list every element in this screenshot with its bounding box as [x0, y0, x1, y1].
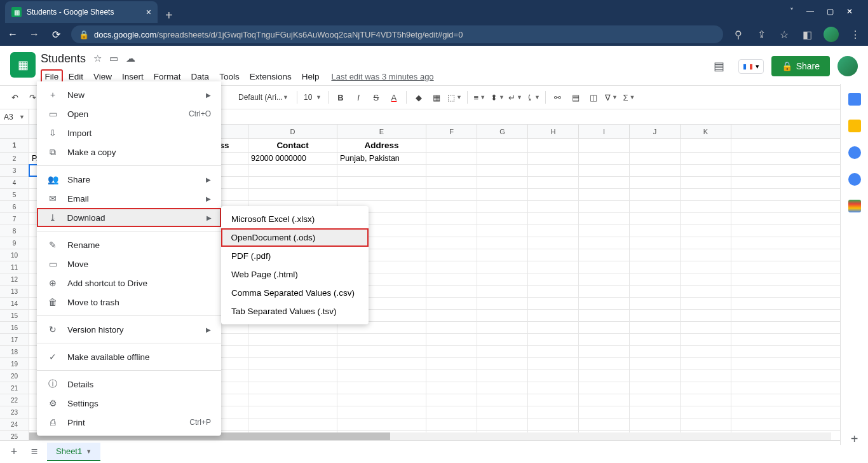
row-header[interactable]: 9	[0, 237, 29, 249]
col-header[interactable]: E	[337, 125, 426, 138]
file-menu-import[interactable]: ⇩Import	[37, 123, 221, 142]
cell[interactable]	[477, 213, 528, 225]
cell[interactable]	[477, 139, 528, 152]
cell[interactable]	[630, 139, 681, 152]
cell[interactable]	[477, 273, 528, 285]
cell[interactable]	[426, 249, 477, 261]
cell[interactable]	[681, 298, 731, 309]
menu-extensions[interactable]: Extensions	[245, 69, 296, 84]
cell[interactable]	[477, 153, 528, 164]
text-color-icon[interactable]: A	[386, 89, 402, 106]
share-url-icon[interactable]: ⇪	[755, 29, 768, 41]
cell[interactable]	[528, 394, 579, 406]
cell[interactable]	[248, 189, 337, 200]
cell[interactable]	[528, 418, 579, 430]
cell[interactable]	[528, 334, 579, 345]
minimize-chevron-icon[interactable]: ˅	[790, 7, 794, 16]
cell[interactable]	[630, 177, 681, 188]
file-menu-add-shortcut-to-drive[interactable]: ⊕Add shortcut to Drive	[37, 273, 221, 293]
cell[interactable]	[579, 165, 630, 176]
cell[interactable]	[426, 406, 477, 418]
share-button[interactable]: 🔒 Share	[771, 56, 830, 76]
col-header[interactable]: I	[579, 125, 630, 138]
cell[interactable]	[426, 334, 477, 345]
cell[interactable]	[681, 139, 731, 152]
cell[interactable]: 92000 0000000	[248, 153, 337, 164]
cell[interactable]	[579, 273, 630, 285]
cell[interactable]	[681, 382, 731, 394]
cell[interactable]	[630, 237, 681, 249]
row-header[interactable]: 2	[0, 153, 29, 164]
cell[interactable]	[630, 153, 681, 164]
name-box[interactable]: A3▼	[0, 109, 29, 124]
cell[interactable]	[681, 310, 731, 321]
cell[interactable]	[528, 322, 579, 333]
file-menu-version-history[interactable]: ↻Version history▶	[37, 320, 221, 339]
close-tab-icon[interactable]: ×	[146, 7, 151, 17]
cell[interactable]	[579, 310, 630, 321]
row-header[interactable]: 10	[0, 249, 29, 261]
cell[interactable]	[528, 237, 579, 249]
file-menu-email[interactable]: ✉Email▶	[37, 189, 221, 208]
cell[interactable]	[630, 298, 681, 309]
font-size-select[interactable]: 10▼	[301, 92, 324, 103]
row-header[interactable]: 5	[0, 189, 29, 200]
file-menu-open[interactable]: ▭OpenCtrl+O	[37, 104, 221, 123]
col-header[interactable]: F	[426, 125, 477, 138]
cell[interactable]	[579, 382, 630, 394]
cell[interactable]	[681, 153, 731, 164]
h-align-icon[interactable]: ≡▼	[471, 89, 488, 106]
download-web[interactable]: Web Page (.html)	[221, 265, 369, 284]
cell[interactable]	[579, 418, 630, 430]
file-menu-share[interactable]: 👥Share▶	[37, 170, 221, 189]
tasks-icon[interactable]	[848, 146, 861, 159]
cell[interactable]	[426, 213, 477, 225]
cell[interactable]	[477, 346, 528, 357]
browser-tab[interactable]: Students - Google Sheets ×	[5, 1, 158, 23]
cell[interactable]	[579, 177, 630, 188]
cell[interactable]	[681, 370, 731, 382]
cell[interactable]	[579, 139, 630, 152]
link-icon[interactable]: ⚯	[550, 89, 566, 106]
cell[interactable]	[528, 358, 579, 370]
star-icon[interactable]: ☆	[93, 53, 102, 64]
url-input[interactable]: 🔒 docs.google.com/spreadsheets/d/1jGwqiT…	[71, 25, 723, 43]
cell[interactable]	[630, 213, 681, 225]
menu-help[interactable]: Help	[297, 69, 324, 84]
cell[interactable]	[248, 334, 337, 345]
cell[interactable]	[477, 418, 528, 430]
new-tab-button[interactable]: +	[158, 8, 180, 23]
cell[interactable]	[681, 201, 731, 212]
v-align-icon[interactable]: ⬍▼	[489, 89, 506, 106]
file-menu-download[interactable]: ⤓Download▶	[37, 208, 221, 227]
row-header[interactable]: 13	[0, 286, 29, 297]
cell[interactable]	[248, 394, 337, 406]
forward-icon[interactable]: →	[28, 29, 41, 40]
cell[interactable]	[681, 261, 731, 273]
cell[interactable]	[630, 346, 681, 357]
cell[interactable]	[579, 286, 630, 297]
file-menu-move-to-trash[interactable]: 🗑Move to trash	[37, 293, 221, 312]
file-menu-settings[interactable]: ⚙Settings	[37, 394, 221, 413]
col-header[interactable]: J	[630, 125, 681, 138]
fill-color-icon[interactable]: ◆	[410, 89, 427, 106]
cell[interactable]	[681, 225, 731, 237]
cell[interactable]	[681, 213, 731, 225]
col-header[interactable]: K	[681, 125, 731, 138]
row-header[interactable]: 20	[0, 370, 29, 382]
cell[interactable]	[477, 334, 528, 345]
move-folder-icon[interactable]: ▭	[109, 53, 118, 64]
cell[interactable]	[477, 237, 528, 249]
cell[interactable]	[579, 394, 630, 406]
cell[interactable]	[426, 346, 477, 357]
cell[interactable]	[528, 273, 579, 285]
chart-icon[interactable]: ◫	[585, 89, 602, 106]
cell[interactable]	[630, 370, 681, 382]
cell[interactable]	[426, 153, 477, 164]
cell[interactable]	[337, 165, 426, 176]
cell[interactable]	[681, 177, 731, 188]
cell[interactable]	[426, 322, 477, 333]
file-menu-make-available-offline[interactable]: ✓Make available offline	[37, 347, 221, 366]
cell[interactable]	[477, 322, 528, 333]
reload-icon[interactable]: ⟳	[50, 29, 62, 41]
